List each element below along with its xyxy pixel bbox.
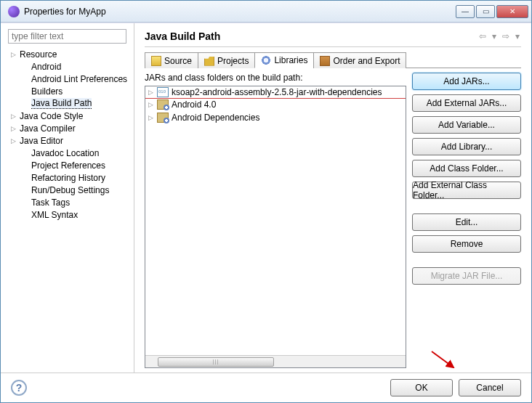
tree-item[interactable]: XML Syntax [8,208,131,221]
dialog-footer: ? OK Cancel [1,373,531,402]
libraries-list[interactable]: ▷ksoap2-android-assembly-2.5.8-jar-with-… [145,86,406,368]
tree-item[interactable]: Builders [8,85,131,97]
titlebar: Properties for MyApp — ▭ ✕ [1,1,531,23]
nav-forward-icon[interactable]: ⇨ [501,31,511,41]
tree-item[interactable]: ▷Java Compiler [8,122,131,134]
window-title: Properties for MyApp [24,7,456,17]
tab-label: Order and Export [333,56,400,66]
library-entry[interactable]: ▷Android 4.0 [145,98,406,111]
tab-label: Libraries [274,55,307,65]
main-area: ▷ResourceAndroidAndroid Lint Preferences… [1,23,531,373]
nav-arrows: ⇦ ▾ ⇨ ▾ [477,31,521,41]
projects-icon [204,56,214,66]
remove-button[interactable]: Remove [412,235,521,253]
add-external-class-folder-button[interactable]: Add External Class Folder... [412,182,521,199]
expand-arrow-icon[interactable]: ▷ [148,101,157,108]
horizontal-scrollbar[interactable] [145,355,406,367]
expand-arrow-icon[interactable]: ▷ [11,125,20,132]
eclipse-icon [8,6,20,17]
ok-button[interactable]: OK [390,379,453,396]
tree-item-label: XML Syntax [31,210,78,220]
tab-bar: Source Projects Libraries Order and Expo… [145,52,521,68]
library-entry-label: Android Dependencies [172,113,259,123]
tree-item-label: Java Build Path [31,98,92,109]
help-icon[interactable]: ? [11,380,27,396]
tree-item-label: Project References [31,160,105,171]
library-entry-label: Android 4.0 [172,99,216,110]
maximize-button[interactable]: ▭ [476,5,495,18]
add-external-jars-button[interactable]: Add External JARs... [412,94,521,112]
tab-projects[interactable]: Projects [198,52,255,68]
category-tree[interactable]: ▷ResourceAndroidAndroid Lint Preferences… [4,48,131,368]
add-jars-button[interactable]: Add JARs... [412,73,521,90]
library-entry-label: ksoap2-android-assembly-2.5.8-jar-with-d… [172,87,382,97]
tree-item-label: Builders [31,86,63,97]
tree-item[interactable]: ▷Resource [8,48,131,60]
libraries-icon [261,55,271,65]
add-library-button[interactable]: Add Library... [412,138,521,155]
library-entry[interactable]: ▷ksoap2-android-assembly-2.5.8-jar-with-… [145,86,406,99]
tree-item[interactable]: Project References [8,159,131,171]
add-class-folder-button[interactable]: Add Class Folder... [412,160,521,177]
filter-box [8,29,126,44]
tree-item[interactable]: Android Lint Preferences [8,73,131,85]
expand-arrow-icon[interactable]: ▷ [11,51,20,58]
page-title: Java Build Path [145,30,477,42]
filter-input[interactable] [8,29,126,44]
tab-order-export[interactable]: Order and Export [313,52,406,68]
cancel-button[interactable]: Cancel [459,379,521,396]
tab-source[interactable]: Source [145,52,198,68]
tab-libraries[interactable]: Libraries [254,52,314,68]
migrate-jar-button: Migrate JAR File... [412,267,521,285]
tree-item-label: Java Compiler [20,123,76,134]
libraries-caption: JARs and class folders on the build path… [145,73,406,83]
tree-item[interactable]: Run/Debug Settings [8,184,131,196]
tree-item[interactable]: ▷Java Editor [8,134,131,147]
library-entry[interactable]: ▷Android Dependencies [145,111,406,124]
tab-label: Projects [217,56,249,66]
edit-button[interactable]: Edit... [412,213,521,231]
tree-item-label: Run/Debug Settings [31,185,109,195]
settings-panel: Java Build Path ⇦ ▾ ⇨ ▾ Source Projects [134,23,531,373]
expand-arrow-icon[interactable]: ▷ [11,137,20,144]
tree-item[interactable]: Javadoc Location [8,147,131,159]
nav-back-icon[interactable]: ⇦ [477,31,488,41]
category-panel: ▷ResourceAndroidAndroid Lint Preferences… [1,23,134,373]
add-variable-button[interactable]: Add Variable... [412,116,521,134]
expand-arrow-icon[interactable]: ▷ [148,114,157,121]
tree-item-label: Task Tags [31,198,70,208]
tree-item-label: Javadoc Location [31,148,99,158]
source-icon [151,56,161,66]
tree-item[interactable]: Android [8,60,131,73]
scrollbar-thumb[interactable] [158,357,274,367]
expand-arrow-icon[interactable]: ▷ [11,113,20,120]
properties-dialog: Properties for MyApp — ▭ ✕ ▷ResourceAndr… [0,0,532,403]
tree-item-label: Android Lint Preferences [31,74,127,84]
tree-item[interactable]: ▷Java Code Style [8,110,131,122]
libfolder-icon [157,113,169,123]
tree-item[interactable]: Java Build Path [8,97,131,110]
window-controls: — ▭ ✕ [456,5,528,18]
minimize-button[interactable]: — [456,5,475,18]
page-header: Java Build Path ⇦ ▾ ⇨ ▾ [145,30,521,47]
close-button[interactable]: ✕ [496,5,528,18]
tree-item[interactable]: Refactoring History [8,171,131,184]
jar-icon [157,87,169,97]
library-buttons: Add JARs... Add External JARs... Add Var… [412,73,521,368]
nav-forward-menu-icon[interactable]: ▾ [514,31,521,41]
tree-item-label: Resource [20,49,57,60]
expand-arrow-icon[interactable]: ▷ [148,89,157,96]
tree-item-label: Java Editor [20,136,63,146]
nav-back-menu-icon[interactable]: ▾ [491,31,498,41]
libraries-list-panel: JARs and class folders on the build path… [145,73,406,368]
tab-label: Source [164,56,192,66]
order-export-icon [320,56,330,66]
tree-item-label: Refactoring History [31,173,105,183]
libfolder-icon [157,99,169,110]
tree-item[interactable]: Task Tags [8,196,131,208]
tree-item-label: Android [31,62,61,72]
tree-item-label: Java Code Style [20,111,83,121]
libraries-content: JARs and class folders on the build path… [145,73,521,368]
